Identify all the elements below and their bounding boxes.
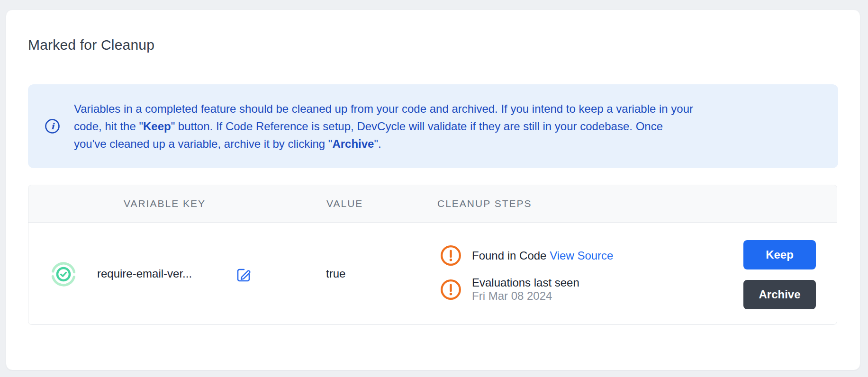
table-row: require-email-ver... true Found in Code … [28, 223, 837, 325]
cleanup-step-label: Evaluations last seen [472, 276, 579, 289]
marked-for-cleanup-card: Marked for Cleanup i Variables in a comp… [6, 9, 860, 370]
cleanup-step-found-in-code: Found in Code View Source [440, 245, 613, 266]
view-source-link[interactable]: View Source [550, 249, 613, 262]
column-header-value: VALUE [326, 198, 363, 209]
warning-icon [440, 279, 461, 300]
cleanup-variables-table: VARIABLE KEY VALUE CLEANUP STEPS require… [28, 185, 837, 325]
cleanup-steps-cell: Found in Code View Source Evaluations la… [440, 245, 613, 303]
column-header-variable-key: VARIABLE KEY [124, 198, 206, 209]
variable-value: true [326, 267, 345, 280]
info-banner-text: Variables in a completed feature should … [74, 100, 693, 153]
cleanup-step-evaluations: Evaluations last seen Fri Mar 08 2024 [440, 276, 613, 303]
svg-text:i: i [51, 121, 55, 131]
cleanup-step-label: Found in Code [472, 249, 546, 262]
archive-button[interactable]: Archive [743, 280, 816, 309]
keep-button[interactable]: Keep [743, 240, 816, 269]
warning-icon [440, 245, 461, 266]
evaluations-last-seen-date: Fri Mar 08 2024 [472, 289, 579, 303]
edit-icon[interactable] [235, 267, 252, 283]
variable-status-icon [51, 262, 76, 287]
page-title: Marked for Cleanup [28, 36, 154, 54]
column-header-cleanup-steps: CLEANUP STEPS [437, 198, 532, 209]
info-icon: i [45, 118, 60, 134]
info-banner: i Variables in a completed feature shoul… [28, 84, 838, 168]
table-header-row: VARIABLE KEY VALUE CLEANUP STEPS [28, 185, 837, 223]
variable-key: require-email-ver... [97, 267, 192, 280]
